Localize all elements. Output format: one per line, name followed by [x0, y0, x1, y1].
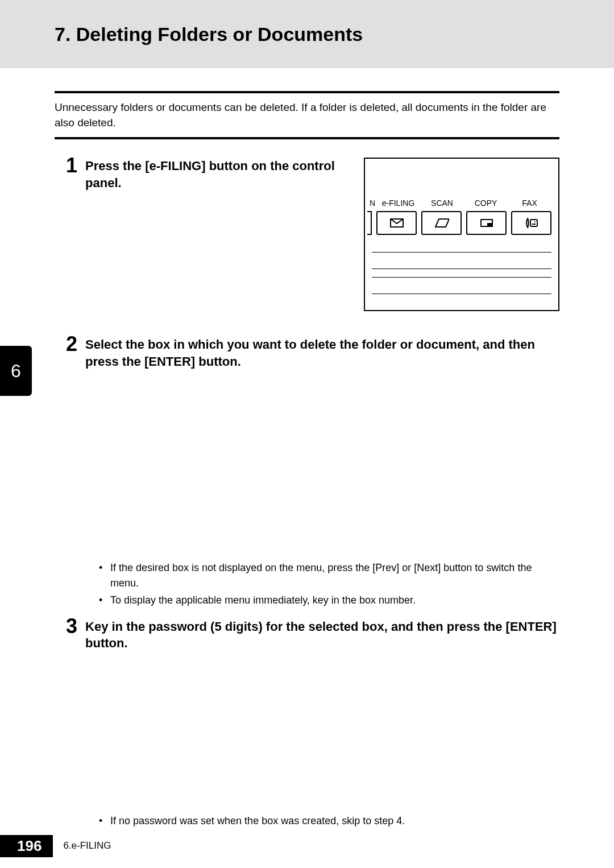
bullet-item: If no password was set when the box was … — [99, 813, 559, 829]
panel-button-scan — [421, 211, 462, 235]
svg-point-3 — [534, 221, 536, 222]
page-header: 7. Deleting Folders or Documents — [0, 0, 614, 68]
page-footer: 196 6.e-FILING — [0, 835, 111, 857]
panel-side-fragment — [367, 211, 372, 235]
svg-rect-1 — [487, 223, 492, 226]
step-3-title: Key in the password (5 digits) for the s… — [85, 616, 559, 652]
panel-button-fax — [511, 211, 551, 235]
panel-label-fax: FAX — [508, 199, 551, 208]
panel-label-efiling: e-FILING — [376, 199, 420, 208]
step-1: 1 Press the [e-FILING] button on the con… — [66, 155, 559, 311]
svg-rect-4 — [532, 224, 536, 225]
copy-icon — [479, 217, 494, 229]
chapter-tab: 6 — [0, 346, 32, 396]
step-2-bullets: If the desired box is not displayed on t… — [99, 560, 559, 608]
panel-label-copy: COPY — [464, 199, 508, 208]
control-panel-figure: N e-FILING SCAN COPY FAX — [364, 158, 559, 311]
svg-rect-2 — [530, 220, 537, 226]
panel-button-efiling — [376, 211, 417, 235]
page-number: 196 — [0, 835, 53, 857]
panel-strip-2 — [372, 277, 551, 294]
step-3: 3 Key in the password (5 digits) for the… — [66, 616, 559, 652]
panel-strip-1 — [372, 252, 551, 269]
step-number-2: 2 — [66, 334, 77, 354]
step-3-bullets: If no password was set when the box was … — [99, 813, 559, 829]
step-number-1: 1 — [66, 155, 77, 176]
envelope-icon — [389, 217, 404, 229]
bullet-item: To display the applicable menu immediate… — [99, 593, 559, 608]
intro-block: Unnecessary folders or documents can be … — [55, 91, 559, 139]
bullet-item: If the desired box is not displayed on t… — [99, 560, 559, 591]
fax-icon — [524, 217, 539, 229]
step-number-3: 3 — [66, 616, 77, 636]
scan-icon — [434, 217, 449, 229]
footer-section-label: 6.e-FILING — [63, 840, 111, 852]
step-1-title: Press the [e-FILING] button on the contr… — [85, 155, 352, 191]
panel-button-copy — [466, 211, 507, 235]
step-2: 2 Select the box in which you want to de… — [66, 334, 559, 370]
panel-n-label: N — [368, 199, 376, 208]
chapter-tab-number: 6 — [11, 361, 21, 382]
page-title: 7. Deleting Folders or Documents — [55, 23, 363, 46]
intro-text: Unnecessary folders or documents can be … — [55, 100, 559, 130]
panel-label-scan: SCAN — [420, 199, 464, 208]
step-2-title: Select the box in which you want to dele… — [85, 334, 559, 370]
